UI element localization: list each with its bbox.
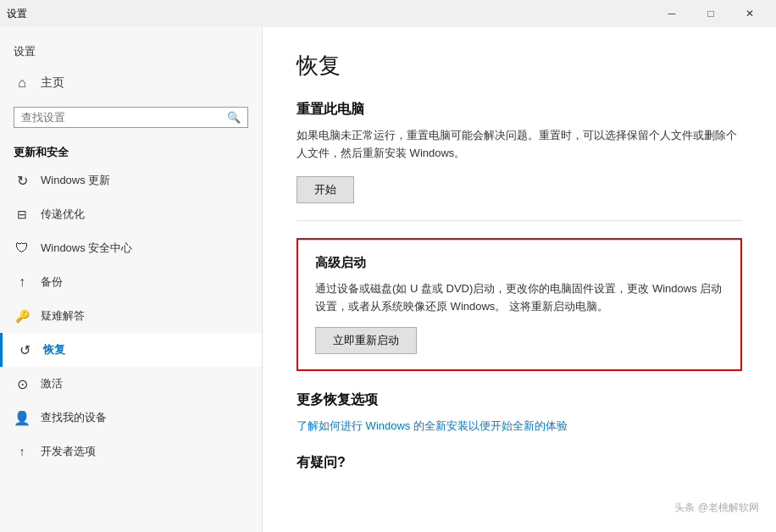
restart-now-button[interactable]: 立即重新启动 bbox=[315, 327, 417, 354]
developer-icon: ↑ bbox=[14, 443, 30, 460]
nav-label-delivery-optimization: 传递优化 bbox=[41, 207, 85, 222]
fresh-install-link[interactable]: 了解如何进行 Windows 的全新安装以便开始全新的体验 bbox=[297, 419, 568, 432]
nav-label-backup: 备份 bbox=[41, 274, 63, 290]
sidebar-item-troubleshoot[interactable]: 🔑 疑难解答 bbox=[0, 299, 262, 333]
home-label: 主页 bbox=[41, 75, 64, 91]
windows-security-icon: 🛡 bbox=[14, 240, 30, 257]
window-title: 设置 bbox=[7, 7, 27, 21]
delivery-optimization-icon: ⊟ bbox=[14, 206, 30, 223]
sidebar-item-developer[interactable]: ↑ 开发者选项 bbox=[0, 435, 262, 468]
nav-label-windows-update: Windows 更新 bbox=[41, 173, 110, 188]
question-section: 有疑问? bbox=[297, 454, 742, 472]
sidebar-item-delivery-optimization[interactable]: ⊟ 传递优化 bbox=[0, 197, 262, 231]
page-title: 恢复 bbox=[297, 51, 742, 80]
maximize-button[interactable]: □ bbox=[691, 0, 730, 27]
advanced-startup-section: 高级启动 通过设备或磁盘(如 U 盘或 DVD)启动，更改你的电脑固件设置，更改… bbox=[297, 238, 742, 372]
search-icon: 🔍 bbox=[227, 111, 241, 124]
app-window: 设置 ⌂ 主页 🔍 更新和安全 ↻ Windows 更新 ⊟ 传递优化 🛡 Wi… bbox=[0, 27, 776, 532]
divider-1 bbox=[297, 220, 742, 221]
more-recovery-section: 更多恢复选项 了解如何进行 Windows 的全新安装以便开始全新的体验 bbox=[297, 391, 742, 434]
sidebar-header: 设置 bbox=[0, 27, 262, 66]
title-bar: 设置 ─ □ ✕ bbox=[0, 0, 776, 27]
window-controls: ─ □ ✕ bbox=[652, 0, 769, 27]
backup-icon: ↑ bbox=[14, 274, 30, 291]
sidebar-item-activation[interactable]: ⊙ 激活 bbox=[0, 367, 262, 401]
nav-label-windows-security: Windows 安全中心 bbox=[41, 241, 132, 256]
sidebar-item-find-device[interactable]: 👤 查找我的设备 bbox=[0, 401, 262, 435]
main-content: 恢复 重置此电脑 如果电脑未正常运行，重置电脑可能会解决问题。重置时，可以选择保… bbox=[263, 27, 776, 532]
advanced-desc: 通过设备或磁盘(如 U 盘或 DVD)启动，更改你的电脑固件设置，更改 Wind… bbox=[315, 280, 723, 316]
windows-update-icon: ↻ bbox=[14, 172, 30, 189]
sidebar: 设置 ⌂ 主页 🔍 更新和安全 ↻ Windows 更新 ⊟ 传递优化 🛡 Wi… bbox=[0, 27, 263, 532]
close-button[interactable]: ✕ bbox=[730, 0, 769, 27]
nav-label-find-device: 查找我的设备 bbox=[41, 410, 107, 425]
nav-label-troubleshoot: 疑难解答 bbox=[41, 308, 85, 324]
sidebar-item-windows-security[interactable]: 🛡 Windows 安全中心 bbox=[0, 231, 262, 265]
reset-button[interactable]: 开始 bbox=[297, 176, 354, 203]
nav-label-developer: 开发者选项 bbox=[41, 444, 96, 459]
home-icon: ⌂ bbox=[14, 75, 30, 91]
question-title: 有疑问? bbox=[297, 454, 742, 472]
advanced-title: 高级启动 bbox=[315, 255, 723, 271]
sidebar-item-home[interactable]: ⌂ 主页 bbox=[0, 66, 262, 100]
section-label: 更新和安全 bbox=[0, 135, 262, 163]
troubleshoot-icon: 🔑 bbox=[14, 308, 30, 324]
recovery-icon: ↺ bbox=[16, 341, 33, 358]
find-device-icon: 👤 bbox=[14, 409, 30, 426]
reset-desc: 如果电脑未正常运行，重置电脑可能会解决问题。重置时，可以选择保留个人文件或删除个… bbox=[297, 127, 737, 163]
sidebar-item-windows-update[interactable]: ↻ Windows 更新 bbox=[0, 163, 262, 197]
search-box: 🔍 bbox=[14, 107, 248, 128]
nav-label-recovery: 恢复 bbox=[43, 342, 65, 357]
activation-icon: ⊙ bbox=[14, 375, 30, 392]
reset-title: 重置此电脑 bbox=[297, 101, 742, 119]
sidebar-item-backup[interactable]: ↑ 备份 bbox=[0, 265, 262, 299]
more-recovery-title: 更多恢复选项 bbox=[297, 391, 742, 409]
search-input[interactable] bbox=[21, 111, 222, 124]
nav-label-activation: 激活 bbox=[41, 376, 63, 391]
reset-section: 重置此电脑 如果电脑未正常运行，重置电脑可能会解决问题。重置时，可以选择保留个人… bbox=[297, 101, 742, 203]
sidebar-item-recovery[interactable]: ↺ 恢复 bbox=[0, 333, 262, 367]
minimize-button[interactable]: ─ bbox=[652, 0, 691, 27]
